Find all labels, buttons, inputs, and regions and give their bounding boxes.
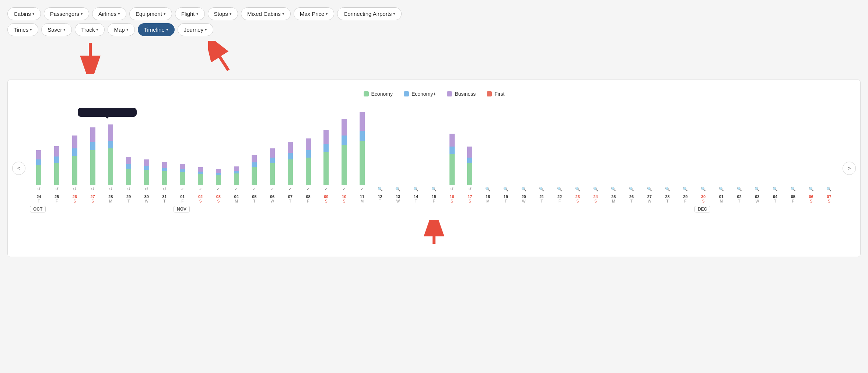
bar-group[interactable] — [713, 104, 731, 185]
date-day-label: T — [38, 199, 40, 204]
bar-group[interactable] — [479, 104, 497, 185]
filter-connecting-airports[interactable]: Connecting Airports▾ — [337, 7, 402, 20]
date-day-label: T — [666, 199, 669, 204]
bar-group[interactable] — [533, 104, 551, 185]
date-number: 04 — [234, 194, 239, 199]
bar-group[interactable] — [658, 104, 676, 185]
filter-mixed-cabins[interactable]: Mixed Cabins▾ — [241, 7, 291, 20]
filter-cabins[interactable]: Cabins▾ — [7, 7, 41, 20]
bar-group[interactable] — [641, 104, 659, 185]
bar-group[interactable] — [425, 104, 443, 185]
bar-group[interactable] — [443, 104, 461, 185]
bar-group[interactable] — [120, 104, 138, 185]
bar-group[interactable] — [748, 104, 766, 185]
bar-group[interactable] — [389, 104, 407, 185]
bar-group[interactable] — [587, 104, 605, 185]
bar-group[interactable] — [30, 104, 48, 185]
bar-group[interactable] — [694, 104, 713, 185]
bar-stack — [180, 164, 185, 185]
bar-segment — [467, 163, 472, 185]
date-number: 25 — [611, 194, 616, 199]
bar-group[interactable] — [192, 104, 210, 185]
bar-segment — [252, 167, 257, 185]
bar-group[interactable] — [461, 104, 479, 185]
filter-max-price[interactable]: Max Price▾ — [294, 7, 335, 20]
filter-flight[interactable]: Flight▾ — [175, 7, 205, 20]
filter-stops[interactable]: Stops▾ — [208, 7, 238, 20]
bar-group[interactable] — [84, 104, 102, 185]
bar-group[interactable] — [317, 104, 335, 185]
date-number: 06 — [809, 194, 813, 199]
bar-stack — [270, 148, 275, 185]
date-day-label: M — [235, 199, 238, 204]
bar-group[interactable] — [155, 104, 174, 185]
date-icon: 🔍 — [730, 187, 748, 191]
filter-times[interactable]: Times▾ — [7, 23, 38, 36]
date-icon: ↺ — [66, 187, 84, 191]
bar-segment — [72, 156, 77, 185]
date-day-label: F — [684, 199, 686, 204]
date-icon: 🔍 — [587, 187, 605, 191]
bar-group[interactable] — [515, 104, 533, 185]
svg-line-3 — [212, 45, 228, 70]
bar-group[interactable] — [245, 104, 263, 185]
date-number: 15 — [432, 194, 436, 199]
bar-group[interactable] — [605, 104, 623, 185]
bar-group[interactable] — [299, 104, 317, 185]
date-day-label: M — [720, 199, 723, 204]
bar-group[interactable] — [676, 104, 694, 185]
filter-equipment[interactable]: Equipment▾ — [129, 7, 172, 20]
date-day-label: S — [325, 199, 328, 204]
filter-journey[interactable]: Journey▾ — [178, 23, 213, 36]
bar-group[interactable] — [569, 104, 587, 185]
legend-color — [404, 91, 409, 96]
date-icon: ✓ — [317, 187, 335, 191]
filter-track[interactable]: Track▾ — [75, 23, 105, 36]
filter-map[interactable]: Map▾ — [108, 23, 134, 36]
bar-segment — [216, 169, 221, 173]
bar-group[interactable] — [281, 104, 300, 185]
next-button[interactable]: > — [843, 162, 856, 175]
bar-segment — [342, 119, 347, 136]
date-cell: 04M — [227, 194, 245, 204]
bar-segment — [306, 150, 311, 158]
bar-group[interactable] — [497, 104, 515, 185]
date-icon: ↺ — [443, 187, 461, 191]
filter-saver[interactable]: Saver▾ — [41, 23, 72, 36]
bar-group[interactable] — [802, 104, 820, 185]
bar-segment — [54, 163, 59, 185]
bar-group[interactable] — [102, 104, 120, 185]
bar-stack — [36, 150, 41, 185]
prev-button[interactable]: < — [12, 162, 25, 175]
date-day-label: T — [738, 199, 741, 204]
bar-group[interactable] — [784, 104, 802, 185]
bar-group[interactable] — [48, 104, 66, 185]
bar-group[interactable] — [407, 104, 425, 185]
legend-item-first: First — [487, 91, 504, 97]
filter-airlines[interactable]: Airlines▾ — [92, 7, 126, 20]
filter-passengers[interactable]: Passengers▾ — [44, 7, 89, 20]
bar-group[interactable] — [263, 104, 281, 185]
bar-group[interactable] — [551, 104, 569, 185]
date-day-label: M — [109, 199, 112, 204]
bar-segment — [323, 130, 329, 144]
bar-group[interactable] — [174, 104, 192, 185]
bar-group[interactable] — [66, 104, 84, 185]
bar-group[interactable] — [335, 104, 353, 185]
bar-stack — [306, 138, 311, 185]
bar-group[interactable] — [227, 104, 245, 185]
bar-group[interactable] — [623, 104, 641, 185]
bar-group[interactable] — [353, 104, 371, 185]
date-icon: ↺ — [155, 187, 174, 191]
bar-group[interactable] — [138, 104, 156, 185]
bar-stack — [360, 112, 365, 185]
bar-group[interactable] — [820, 104, 838, 185]
date-number: 19 — [504, 194, 508, 199]
date-icon: 🔍 — [766, 187, 784, 191]
filter-timeline[interactable]: Timeline▾ — [138, 23, 175, 36]
bar-group[interactable] — [371, 104, 389, 185]
bar-group[interactable] — [730, 104, 748, 185]
bar-group[interactable] — [210, 104, 228, 185]
bar-group[interactable] — [766, 104, 784, 185]
date-cell: 01F — [174, 194, 192, 204]
